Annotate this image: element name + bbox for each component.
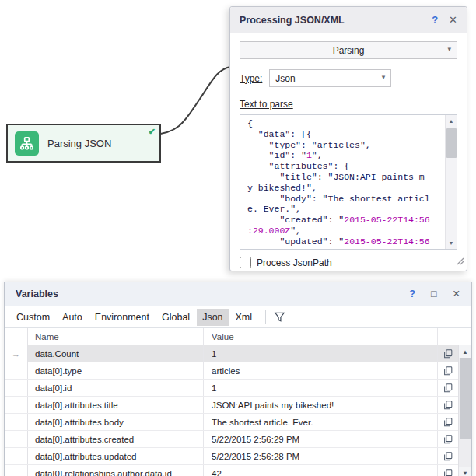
code-line: "id": "1", — [247, 150, 455, 161]
close-icon[interactable]: ✕ — [453, 289, 460, 299]
help-icon[interactable]: ? — [409, 289, 415, 299]
text-to-parse-label: Text to parse — [240, 99, 293, 110]
copy-icon[interactable] — [438, 380, 458, 396]
dialog-title: Processing JSON/XML — [240, 15, 421, 26]
variables-panel: Variables ? □ ✕ Custom Auto Environment … — [4, 282, 472, 476]
table-row[interactable]: data[0].type articles — [5, 362, 458, 380]
flow-node-parsing-json[interactable]: Parsing JSON ✔ — [6, 124, 161, 163]
code-line: "body": "The shortest articl — [247, 194, 455, 205]
table-row[interactable]: data[0].id 1 — [5, 380, 458, 397]
tab-json[interactable]: Json — [197, 309, 228, 326]
copy-icon[interactable] — [438, 397, 458, 413]
code-line: { — [247, 118, 455, 129]
text-to-parse-editor[interactable]: { "data": [{ "type": "articles", "id": "… — [240, 114, 457, 250]
dialog-titlebar[interactable]: Processing JSON/XML ? ✕ — [230, 7, 467, 33]
maximize-icon[interactable]: □ — [431, 289, 437, 299]
current-row-arrow-icon: → — [5, 345, 28, 362]
resize-grip[interactable] — [455, 254, 464, 268]
editor-scrollbar[interactable]: ▲ ▼ — [445, 115, 457, 249]
table-header[interactable]: Name Value — [5, 328, 458, 345]
copy-icon[interactable] — [438, 465, 458, 476]
action-dropdown[interactable]: Parsing ▾ — [240, 41, 457, 59]
type-dropdown-value: Json — [275, 73, 295, 84]
column-header-value[interactable]: Value — [204, 328, 438, 345]
code-line: "title": "JSON:API paints m — [247, 172, 455, 183]
code-line: y bikeshed!", — [247, 183, 455, 194]
json-code: { "data": [{ "type": "articles", "id": "… — [240, 115, 457, 247]
tab-custom[interactable]: Custom — [11, 309, 55, 326]
table-row[interactable]: data[0].attributes.title JSON:API paints… — [5, 397, 458, 414]
code-line: "data": [{ — [247, 129, 455, 140]
tab-environment[interactable]: Environment — [89, 309, 155, 326]
copy-icon[interactable] — [438, 448, 458, 464]
code-line: "attributes": { — [247, 161, 455, 172]
copy-icon[interactable] — [438, 414, 458, 430]
code-line: "type": "articles", — [247, 140, 455, 151]
scrollbar-thumb[interactable] — [446, 128, 457, 158]
help-icon[interactable]: ? — [432, 15, 438, 25]
column-header-name[interactable]: Name — [28, 328, 204, 345]
variables-titlebar[interactable]: Variables ? □ ✕ — [5, 282, 471, 306]
table-row[interactable]: data[0].relationships.author.data.id 42 — [5, 465, 458, 476]
success-check-icon: ✔ — [149, 128, 156, 136]
variables-table: Name Value → data.Count 1 data[0].type a… — [5, 327, 471, 476]
code-line: "updated": "2015-05-22T14:56 — [247, 236, 455, 247]
code-line: "created": "2015-05-22T14:56 — [247, 215, 455, 226]
copy-icon[interactable] — [438, 362, 458, 379]
sitemap-icon — [15, 131, 39, 156]
scrollbar-thumb[interactable] — [460, 358, 471, 439]
table-scrollbar[interactable]: ▲ ▼ — [458, 345, 471, 476]
action-dropdown-value: Parsing — [333, 45, 365, 56]
table-row[interactable]: data[0].attributes.created 5/22/2015 2:5… — [5, 431, 458, 448]
copy-icon[interactable] — [438, 345, 458, 362]
tab-auto[interactable]: Auto — [57, 309, 88, 326]
tab-global[interactable]: Global — [156, 309, 195, 326]
scroll-up-icon[interactable]: ▲ — [446, 115, 457, 127]
scroll-down-icon[interactable]: ▼ — [459, 467, 471, 476]
type-dropdown[interactable]: Json ▾ — [269, 69, 391, 87]
scroll-up-icon[interactable]: ▲ — [459, 345, 471, 358]
scroll-down-icon[interactable]: ▼ — [446, 237, 457, 249]
process-jsonpath-checkbox[interactable] — [240, 257, 251, 268]
chevron-down-icon: ▾ — [382, 73, 386, 81]
table-row[interactable]: → data.Count 1 — [5, 345, 458, 362]
table-row[interactable]: data[0].attributes.updated 5/22/2015 2:5… — [5, 448, 458, 465]
node-label: Parsing JSON — [47, 138, 111, 149]
code-line: e. Ever.", — [247, 204, 455, 215]
filter-icon[interactable] — [274, 311, 285, 323]
chevron-down-icon: ▾ — [447, 45, 451, 53]
table-row[interactable]: data[0].attributes.body The shortest art… — [5, 414, 458, 431]
processing-json-xml-dialog: Processing JSON/XML ? ✕ Parsing ▾ Type: … — [229, 6, 467, 271]
code-line: :29.000Z", — [247, 226, 455, 236]
tab-xml[interactable]: Xml — [230, 309, 258, 326]
process-jsonpath-label: Process JsonPath — [257, 257, 332, 268]
variables-title: Variables — [16, 289, 394, 299]
divider — [265, 310, 266, 324]
variables-tabs: Custom Auto Environment Global Json Xml — [5, 306, 471, 327]
type-label: Type: — [240, 73, 262, 84]
copy-icon[interactable] — [438, 431, 458, 447]
close-icon[interactable]: ✕ — [449, 15, 457, 25]
